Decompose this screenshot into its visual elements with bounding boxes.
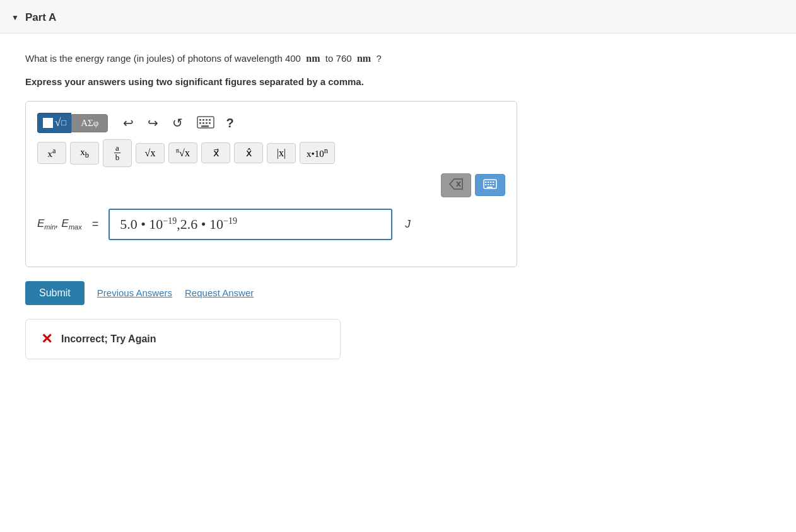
math-editor-container: √ □ ΑΣφ ↩ ↪ ↺: [25, 101, 517, 267]
svg-rect-8: [209, 122, 211, 124]
emin-subscript: min: [44, 223, 56, 231]
help-button[interactable]: ?: [226, 116, 233, 130]
redo-button[interactable]: ↪: [145, 114, 161, 132]
submit-button[interactable]: Submit: [25, 281, 85, 305]
svg-rect-4: [209, 119, 211, 121]
unit2: nm: [357, 53, 371, 64]
alpha-sigma-button[interactable]: ΑΣφ: [71, 114, 108, 132]
toolbar-row-1: √ □ ΑΣφ ↩ ↪ ↺: [37, 113, 505, 133]
svg-rect-5: [199, 122, 201, 124]
svg-rect-7: [206, 122, 208, 124]
sqrt-button[interactable]: √x: [136, 143, 165, 163]
undo-button[interactable]: ↩: [120, 114, 136, 132]
equals-sign: =: [92, 217, 99, 231]
nth-root-button[interactable]: n√x: [168, 142, 197, 163]
sci-notation-button[interactable]: x•10n: [300, 142, 335, 164]
white-square-icon: [43, 118, 53, 128]
chevron-icon[interactable]: ▼: [11, 13, 19, 22]
feedback-box: ✕ Incorrect; Try Again: [25, 319, 341, 359]
keyboard-toggle-icon: [483, 179, 497, 189]
incorrect-icon: ✕: [41, 331, 52, 347]
svg-rect-3: [206, 119, 208, 121]
part-title: Part A: [25, 11, 56, 24]
keyboard-toggle-button[interactable]: [475, 174, 505, 196]
svg-rect-6: [202, 122, 204, 124]
keyboard-button[interactable]: [194, 115, 217, 132]
vector-button[interactable]: x⃗: [201, 142, 230, 163]
toolbar-row-2: xa xb a b √x n√x x⃗: [37, 139, 505, 167]
svg-rect-1: [199, 119, 201, 121]
page-container: ▼ Part A What is the energy range (in jo…: [0, 0, 796, 532]
fraction-button[interactable]: a b: [103, 139, 132, 167]
svg-rect-16: [493, 182, 495, 183]
answer-label: Emin, Emax: [37, 217, 82, 231]
math-btn-group: √ □ ΑΣφ: [37, 113, 108, 133]
box-icon: □: [61, 118, 66, 128]
part-body: What is the energy range (in joules) of …: [0, 33, 796, 378]
delete-button[interactable]: [441, 173, 471, 197]
svg-rect-15: [490, 182, 492, 183]
request-answer-button[interactable]: Request Answer: [185, 287, 254, 298]
emax-subscript: max: [69, 223, 82, 231]
svg-rect-13: [485, 182, 487, 183]
subscript-button[interactable]: xb: [70, 142, 99, 165]
answer-input[interactable]: 5.0 • 10−19,2.6 • 10−19: [108, 209, 392, 240]
toolbar-row-3: [37, 173, 505, 197]
reset-button[interactable]: ↺: [170, 114, 185, 132]
keyboard-icon: [197, 116, 214, 129]
hat-button[interactable]: x̂: [234, 142, 263, 163]
abs-button[interactable]: |x|: [267, 143, 296, 163]
svg-rect-18: [488, 184, 489, 185]
svg-rect-21: [487, 187, 493, 188]
unit1: nm: [306, 53, 320, 64]
svg-rect-20: [493, 184, 495, 185]
superscript-button[interactable]: xa: [37, 142, 66, 164]
backspace-icon: [449, 178, 463, 190]
part-header: ▼ Part A: [0, 0, 796, 33]
svg-rect-14: [488, 182, 489, 183]
toolbar-actions: ↩ ↪ ↺: [120, 114, 505, 132]
answer-row: Emin, Emax = 5.0 • 10−19,2.6 • 10−19 J: [37, 209, 505, 240]
actions-row: Submit Previous Answers Request Answer: [25, 281, 771, 305]
svg-rect-19: [490, 184, 492, 185]
feedback-message: Incorrect; Try Again: [61, 333, 156, 345]
question-text: What is the energy range (in joules) of …: [25, 51, 771, 66]
instruction-text: Express your answers using two significa…: [25, 76, 771, 87]
svg-rect-2: [202, 119, 204, 121]
sqrt-icon: √: [55, 117, 61, 129]
svg-rect-9: [201, 125, 209, 127]
previous-answers-button[interactable]: Previous Answers: [97, 287, 172, 298]
answer-unit: J: [405, 218, 411, 231]
svg-rect-17: [485, 184, 487, 185]
math-mode-button[interactable]: √ □: [37, 113, 71, 133]
